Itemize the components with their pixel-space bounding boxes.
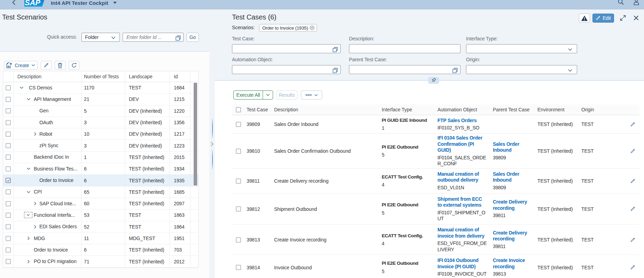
- svg-text:SAP: SAP: [25, 0, 40, 7]
